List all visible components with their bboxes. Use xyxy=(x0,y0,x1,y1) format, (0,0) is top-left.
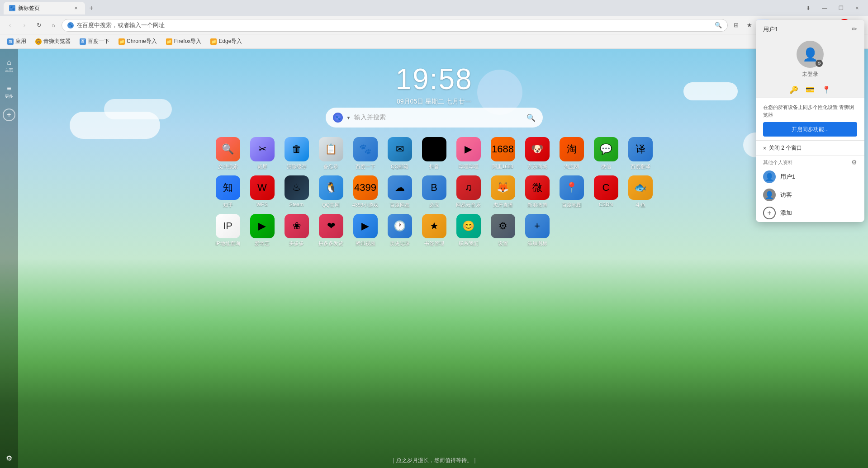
app-icon-0: 🔍 xyxy=(216,137,240,161)
search-engine-icon: 🐾 xyxy=(333,113,343,123)
app-item-35[interactable]: +添加图标 xyxy=(522,214,553,247)
app-item-13[interactable]: 知知乎 xyxy=(213,175,243,208)
search-bar[interactable]: 🐾 ▼ 输入并搜索 🔍 xyxy=(326,108,543,128)
close-windows-row[interactable]: × 关闭 2 个窗口 xyxy=(756,141,864,156)
sidebar-item-home[interactable]: ⌂ 主页 xyxy=(1,54,17,77)
active-tab[interactable]: 🐾 新标签页 × xyxy=(4,2,85,14)
sidebar-add-button[interactable]: + xyxy=(3,109,15,121)
search-dropdown-arrow[interactable]: ▼ xyxy=(346,115,351,120)
apps-icon: ⊞ xyxy=(7,38,14,45)
app-item-5[interactable]: ✉QQ邮箱 xyxy=(384,137,415,170)
baidu-label: 百度一下 xyxy=(88,38,109,45)
panel-user-main[interactable]: 👤 用户1 xyxy=(756,168,864,186)
app-item-1[interactable]: ✂截屏 xyxy=(247,137,278,170)
panel-user-visitor[interactable]: 👤 访客 xyxy=(756,186,864,204)
app-item-2[interactable]: 🗑清除缓存 xyxy=(281,137,312,170)
app-item-4[interactable]: 🐾百度一下 xyxy=(350,137,381,170)
app-item-22[interactable]: 微新浪微博 xyxy=(522,175,553,208)
bookmark-qingshi[interactable]: 🦁 青狮浏览器 xyxy=(32,36,74,47)
bookmark-firefox[interactable]: 📁 Firefox导入 xyxy=(162,36,205,47)
app-item-18[interactable]: ☁百度网盘 xyxy=(384,175,415,208)
app-item-27[interactable]: ▶爱奇艺 xyxy=(247,214,278,247)
app-item-31[interactable]: 🕐历史记录 xyxy=(384,214,415,247)
user-visitor-name: 访客 xyxy=(780,191,792,199)
app-item-16[interactable]: 🐧QQ官网 xyxy=(316,175,346,208)
app-item-11[interactable]: 💬微信 xyxy=(591,137,621,170)
app-item-32[interactable]: ★书签管理 xyxy=(419,214,450,247)
app-item-10[interactable]: 淘淘宝网 xyxy=(556,137,587,170)
date: 09月05日 星期二 七月廿一 xyxy=(395,98,472,106)
bookmark-edge[interactable]: 📁 Edge导入 xyxy=(207,36,246,47)
app-item-7[interactable]: ▶哔哩哔哩 xyxy=(453,137,484,170)
app-item-23[interactable]: 📍百度地图 xyxy=(556,175,587,208)
app-item-25[interactable]: 🐟斗鱼 xyxy=(625,175,656,208)
app-icon-11: 💬 xyxy=(594,137,618,161)
app-item-12[interactable]: 译百度翻译 xyxy=(625,137,656,170)
search-submit-icon[interactable]: 🔍 xyxy=(526,113,536,122)
app-item-29[interactable]: ❤拼多多发货 xyxy=(316,214,346,247)
app-item-6[interactable]: ♪抖音 xyxy=(419,137,450,170)
location-icon[interactable]: 📍 xyxy=(822,85,831,94)
home-icon: ⌂ xyxy=(7,58,11,66)
tab-close-button[interactable]: × xyxy=(72,5,80,12)
firefox-folder-icon: 📁 xyxy=(166,38,172,45)
app-item-3[interactable]: 📋备忘录 xyxy=(316,137,346,170)
firefox-label: Firefox导入 xyxy=(174,38,202,45)
panel-add-profile[interactable]: + 添加 xyxy=(756,204,864,222)
refresh-button[interactable]: ↻ xyxy=(33,19,45,32)
app-icon-17: 4399 xyxy=(353,175,378,200)
app-label-20: 网易云音乐 xyxy=(453,202,484,208)
payment-icon[interactable]: 💳 xyxy=(806,85,815,94)
app-item-34[interactable]: ⚙设置 xyxy=(488,214,518,247)
app-item-21[interactable]: 🦊虎牙直播 xyxy=(488,175,518,208)
address-text: 在百度中搜索，或者输入一个网址 xyxy=(76,21,712,29)
panel-edit-button[interactable]: ✏ xyxy=(852,25,857,33)
app-icon-24: C xyxy=(594,175,618,200)
bookmark-apps[interactable]: ⊞ 应用 xyxy=(4,36,30,47)
tab-favicon: 🐾 xyxy=(9,5,15,11)
app-item-26[interactable]: IPIP地址查询 xyxy=(213,214,243,247)
restore-down-button[interactable]: ⬇ xyxy=(801,1,816,15)
sidebar-item-more[interactable]: ≡ 更多 xyxy=(1,80,17,103)
qingshi-icon: 🦁 xyxy=(35,38,42,45)
search-input[interactable]: 输入并搜索 xyxy=(354,113,522,122)
app-item-33[interactable]: 😊联系我们 xyxy=(453,214,484,247)
close-button[interactable]: × xyxy=(850,1,864,15)
app-item-28[interactable]: ❀拼多多 xyxy=(281,214,312,247)
app-item-30[interactable]: ▶腾讯视频 xyxy=(350,214,381,247)
app-item-15[interactable]: ♨Steam xyxy=(281,175,312,208)
app-item-0[interactable]: 🔍文件搜索 xyxy=(213,137,243,170)
home-button[interactable]: ⌂ xyxy=(47,19,60,32)
app-item-20[interactable]: ♫网易云音乐 xyxy=(453,175,484,208)
app-icon-25: 🐟 xyxy=(628,175,653,200)
app-icon-7: ▶ xyxy=(456,137,481,161)
search-bar-container: 🐾 ▼ 输入并搜索 🔍 xyxy=(326,108,543,128)
new-tab-button[interactable]: + xyxy=(85,2,98,14)
restore-button[interactable]: ❐ xyxy=(834,1,848,15)
app-item-19[interactable]: B必应 xyxy=(419,175,450,208)
bookmark-chrome[interactable]: 📁 Chrome导入 xyxy=(115,36,161,47)
minimize-button[interactable]: — xyxy=(817,1,832,15)
cast-icon[interactable]: ⊞ xyxy=(730,19,742,32)
app-item-14[interactable]: WWPS xyxy=(247,175,278,208)
back-button[interactable]: ‹ xyxy=(4,19,16,32)
app-label-3: 备忘录 xyxy=(316,163,346,170)
key-icon[interactable]: 🔑 xyxy=(789,85,798,94)
app-item-24[interactable]: CCSDN xyxy=(591,175,621,208)
app-item-9[interactable]: 🐶京东商城 xyxy=(522,137,553,170)
forward-button[interactable]: › xyxy=(18,19,31,32)
app-label-5: QQ邮箱 xyxy=(384,163,415,170)
sidebar-settings-button[interactable]: ⚙ xyxy=(3,452,15,464)
app-item-8[interactable]: 1688阿里1688 xyxy=(488,137,518,170)
address-bar[interactable]: 🐾 在百度中搜索，或者输入一个网址 🔍 xyxy=(62,19,728,32)
sidebar-more-label: 更多 xyxy=(5,94,13,99)
section-gear-icon[interactable]: ⚙ xyxy=(851,159,857,166)
app-label-6: 抖音 xyxy=(419,163,450,170)
user-main-name: 用户1 xyxy=(780,173,795,181)
sync-button[interactable]: 开启同步功能... xyxy=(763,122,857,137)
favorites-icon[interactable]: ★ xyxy=(743,19,756,32)
panel-sync-text: 在您的所有设备上同步个性化设置 青狮浏览器 xyxy=(763,104,857,118)
app-icon-8: 1688 xyxy=(491,137,515,161)
bookmark-baidu[interactable]: 百 百度一下 xyxy=(76,36,113,47)
app-item-17[interactable]: 43994399小游戏 xyxy=(350,175,381,208)
